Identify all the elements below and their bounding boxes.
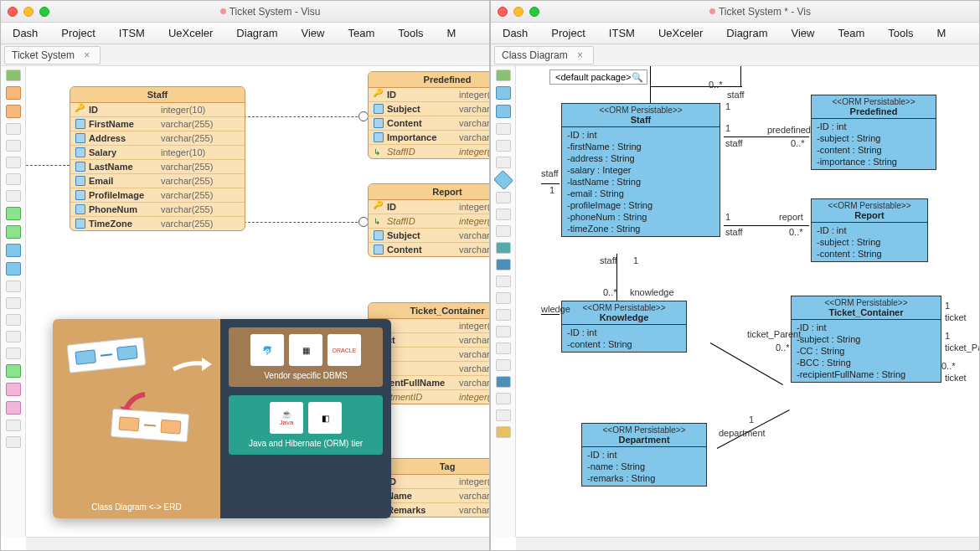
relation-icon[interactable] <box>6 173 21 185</box>
menu-uexceler[interactable]: UeXceler <box>647 27 714 39</box>
zoom-icon[interactable] <box>39 7 49 17</box>
menu-project[interactable]: Project <box>49 27 106 39</box>
tool-icon[interactable] <box>6 436 21 448</box>
uml-class-knowledge[interactable]: <<ORM Persistable>>Knowledge -ID : int-c… <box>561 301 687 353</box>
tool-icon[interactable] <box>496 326 511 337</box>
cloud-icon[interactable] <box>496 242 511 254</box>
mult-label: 0..* <box>789 227 803 237</box>
tool-icon[interactable] <box>6 420 21 431</box>
uml-class-department[interactable]: <<ORM Persistable>>Department -ID : int-… <box>581 423 707 487</box>
relation-icon[interactable] <box>496 209 511 220</box>
tool-icon[interactable] <box>6 297 21 309</box>
view-icon[interactable] <box>6 225 21 239</box>
menu-project[interactable]: Project <box>539 27 596 39</box>
tool-icon[interactable] <box>496 225 511 237</box>
tool-icon[interactable] <box>6 281 21 292</box>
class-icon[interactable] <box>496 105 511 118</box>
erd-entity-staff[interactable]: Staff IDinteger(10) FirstNamevarchar(255… <box>70 86 245 231</box>
window-title: Ticket System * - Vis <box>719 6 811 18</box>
proc-icon[interactable] <box>6 262 21 276</box>
diamond-icon[interactable] <box>493 170 513 190</box>
note-icon[interactable] <box>6 383 21 396</box>
uml-canvas[interactable]: <default package>🔍 <<ORM Persistable>>St… <box>516 66 979 537</box>
breadcrumb-item[interactable]: Class Diagram × <box>494 46 594 64</box>
erd-canvas[interactable]: Staff IDinteger(10) FirstNamevarchar(255… <box>26 66 489 537</box>
tool-icon[interactable] <box>496 393 511 404</box>
note-icon[interactable] <box>6 401 21 415</box>
menu-itsm[interactable]: ITSM <box>107 27 157 39</box>
close-tab-icon[interactable]: × <box>84 49 90 61</box>
hibernate-icon: ◧ <box>308 402 342 434</box>
package-selector[interactable]: <default package>🔍 <box>549 70 647 85</box>
role-label: staff <box>600 255 617 265</box>
db-icon: 🐬 <box>250 334 284 366</box>
uml-class-staff[interactable]: <<ORM Persistable>>Staff -ID : int-first… <box>561 103 720 237</box>
shape-icon[interactable] <box>6 364 21 378</box>
relation-icon[interactable] <box>496 123 511 135</box>
close-icon[interactable] <box>498 7 508 17</box>
menu-team[interactable]: Team <box>336 27 386 39</box>
minimize-icon[interactable] <box>23 7 34 17</box>
folder-icon[interactable] <box>496 259 511 270</box>
erd-entity-predefined[interactable]: Predefined IDinteger(10) Subjectvarchar(… <box>368 71 489 159</box>
uml-class-ticket[interactable]: <<ORM Persistable>>Ticket_Container -ID … <box>791 296 941 383</box>
uml-class-predefined[interactable]: <<ORM Persistable>>Predefined -ID : int-… <box>811 95 936 170</box>
erd-entity-report[interactable]: Report IDinteger(10) StaffIDinteger(10) … <box>368 183 489 257</box>
close-tab-icon[interactable]: × <box>577 49 583 61</box>
menu-tools[interactable]: Tools <box>876 27 925 39</box>
tool-icon[interactable] <box>6 348 21 359</box>
breadcrumb-left: Ticket System × <box>1 44 489 66</box>
column-icon <box>374 104 384 114</box>
menu-view[interactable]: View <box>289 27 336 39</box>
tool-icon[interactable] <box>496 359 511 371</box>
menu-uexceler[interactable]: UeXceler <box>157 27 224 39</box>
mult-label: 0..* <box>709 80 723 90</box>
entity-icon[interactable] <box>6 105 21 118</box>
tool-icon[interactable] <box>496 342 511 354</box>
cursor-icon[interactable] <box>496 70 511 81</box>
entity-title: Report <box>369 184 489 200</box>
column-icon <box>75 176 85 186</box>
column-icon <box>75 162 85 172</box>
role-label: staff <box>725 227 743 237</box>
tool-icon[interactable] <box>496 292 511 304</box>
menu-diagram[interactable]: Diagram <box>224 27 289 39</box>
image-icon[interactable] <box>496 426 511 438</box>
shape-icon[interactable] <box>496 376 511 388</box>
entity-title: Predefined <box>369 72 489 88</box>
relation-icon[interactable] <box>496 192 511 203</box>
menu-more[interactable]: M <box>436 27 468 39</box>
relation-icon[interactable] <box>496 157 511 168</box>
proc-icon[interactable] <box>6 244 21 257</box>
relation-icon[interactable] <box>6 123 21 135</box>
class-icon[interactable] <box>496 86 511 100</box>
close-icon[interactable] <box>8 7 18 17</box>
menu-tools[interactable]: Tools <box>386 27 435 39</box>
menu-team[interactable]: Team <box>826 27 876 39</box>
relation-icon[interactable] <box>6 157 21 168</box>
relation-icon[interactable] <box>6 190 21 202</box>
scrollbar[interactable] <box>26 537 489 550</box>
cursor-icon[interactable] <box>6 70 21 81</box>
uml-class-report[interactable]: <<ORM Persistable>>Report -ID : int-subj… <box>811 198 928 262</box>
menu-more[interactable]: M <box>926 27 958 39</box>
relation-icon[interactable] <box>496 140 511 152</box>
tool-icon[interactable] <box>6 314 21 326</box>
menu-view[interactable]: View <box>779 27 826 39</box>
menu-diagram[interactable]: Diagram <box>714 27 779 39</box>
relation-icon[interactable] <box>6 140 21 152</box>
menu-dash[interactable]: Dash <box>1 27 49 39</box>
mult-label: 1 <box>633 255 638 265</box>
tool-icon[interactable] <box>496 276 511 287</box>
scrollbar[interactable] <box>516 537 979 550</box>
tool-icon[interactable] <box>496 409 511 421</box>
zoom-icon[interactable] <box>529 7 539 17</box>
tool-icon[interactable] <box>6 331 21 342</box>
view-icon[interactable] <box>6 207 21 220</box>
menu-dash[interactable]: Dash <box>491 27 539 39</box>
tool-icon[interactable] <box>496 309 511 321</box>
minimize-icon[interactable] <box>513 7 524 17</box>
entity-icon[interactable] <box>6 86 21 100</box>
menu-itsm[interactable]: ITSM <box>597 27 647 39</box>
breadcrumb-item[interactable]: Ticket System × <box>4 46 101 64</box>
